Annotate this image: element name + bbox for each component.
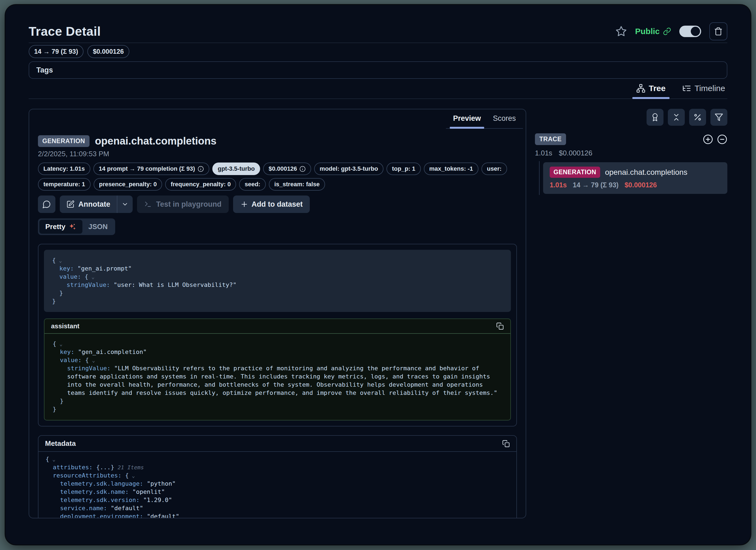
metadata-code-block: { ⌄ attributes: {...} 21 Items resourceA… xyxy=(38,452,516,518)
tab-timeline[interactable]: Timeline xyxy=(680,79,727,98)
fold-chevron-icon[interactable]: ⌄ xyxy=(88,274,94,280)
test-in-playground-button[interactable]: Test in playground xyxy=(137,196,229,213)
add-to-dataset-label: Add to dataset xyxy=(252,200,303,209)
fold-chevron-icon[interactable]: ⌄ xyxy=(49,456,55,462)
fold-chevron-icon[interactable]: ⌄ xyxy=(56,258,62,264)
pill-label: $0.000126 xyxy=(269,165,297,172)
badge-pill: max_tokens: -1 xyxy=(424,163,478,175)
model-pill[interactable]: gpt-3.5-turbo xyxy=(212,163,260,175)
code-line: service.name: "default" xyxy=(46,504,509,512)
fold-chevron-icon[interactable]: ⌄ xyxy=(56,341,62,347)
metrics-toggle-button[interactable] xyxy=(689,109,706,126)
toggle-knob xyxy=(691,27,700,36)
tree-node-generation: GENERATION openai.chat.completions 1.01s… xyxy=(535,162,727,194)
annotate-label: Annotate xyxy=(78,200,110,209)
badge-pill: model: gpt-3.5-turbo xyxy=(314,163,383,175)
metadata-header: Metadata xyxy=(38,436,516,452)
panel-tablist: Preview Scores xyxy=(446,109,523,129)
badge-pill: $0.000126 xyxy=(263,163,311,175)
code-line: { ⌄ xyxy=(52,256,503,265)
fold-chevron-icon[interactable]: ⌄ xyxy=(89,357,95,363)
assistant-label: assistant xyxy=(51,322,79,330)
tab-preview[interactable]: Preview xyxy=(447,109,487,128)
format-json-segment[interactable]: JSON xyxy=(82,220,114,234)
generation-type-badge: GENERATION xyxy=(550,167,600,178)
tab-scores[interactable]: Scores xyxy=(487,109,522,128)
generation-node-stats: 1.01s 14 → 79 (Σ 93) $0.000126 xyxy=(550,181,721,189)
copy-assistant-button[interactable] xyxy=(496,322,504,330)
fold-chevron-icon[interactable]: ⌄ xyxy=(129,473,135,479)
collapse-tree-button[interactable] xyxy=(717,134,727,145)
tree-zoom-controls xyxy=(703,134,727,145)
annotate-button[interactable]: Annotate xyxy=(60,196,117,213)
public-share-link[interactable]: Public xyxy=(635,27,671,36)
tags-label: Tags xyxy=(36,66,53,74)
link-icon xyxy=(663,27,671,35)
pill-label: gpt-3.5-turbo xyxy=(218,165,255,172)
observation-badges-row2: temperature: 1presence_penalty: 0frequen… xyxy=(38,178,517,191)
badge-pill: user: xyxy=(481,163,507,175)
annotate-dropdown-button[interactable] xyxy=(117,196,133,213)
tab-tree-label: Tree xyxy=(649,84,666,93)
filter-button[interactable] xyxy=(710,109,727,126)
code-line: { ⌄ xyxy=(46,455,509,463)
panel-tabs: Preview Scores xyxy=(29,109,526,129)
code-line: attributes: {...} 21 Items xyxy=(46,463,509,471)
timeline-icon xyxy=(682,84,691,93)
code-line: deployment.environment: "default" xyxy=(46,512,509,518)
code-line: } xyxy=(52,289,503,297)
badge-pill: is_stream: false xyxy=(269,178,325,191)
code-line: stringValue: "user: What is LLM Observab… xyxy=(52,281,503,289)
page-title: Trace Detail xyxy=(29,24,101,39)
generation-node-title: openai.chat.completions xyxy=(605,168,687,177)
copy-metadata-button[interactable] xyxy=(502,440,510,447)
generation-node-card[interactable]: GENERATION openai.chat.completions 1.01s… xyxy=(543,162,727,194)
format-pretty-segment[interactable]: Pretty xyxy=(39,220,82,234)
format-toggle: Pretty JSON xyxy=(38,219,115,235)
pill-label: presence_penalty: 0 xyxy=(99,181,157,188)
code-line: } xyxy=(52,297,503,305)
code-line: stringValue: "LLM Observability refers t… xyxy=(53,364,502,397)
view-tabs: Tree Timeline xyxy=(29,79,727,99)
panel-body: GENERATION openai.chat.completions 2/2/2… xyxy=(29,129,526,518)
code-line: value: { ⌄ xyxy=(52,273,503,281)
code-line: key: "gen_ai.prompt" xyxy=(52,265,503,273)
pill-label: is_stream: false xyxy=(274,181,320,188)
sparkles-icon xyxy=(68,223,76,231)
main-content: Preview Scores GENERATION openai.chat.co… xyxy=(29,109,727,518)
public-visibility-toggle[interactable] xyxy=(679,26,701,37)
funnel-icon xyxy=(715,113,723,122)
node-tokens: 14 → 79 (Σ 93) xyxy=(573,181,619,189)
trace-stat-pills: 14 → 79 (Σ 93)$0.000126 xyxy=(29,45,727,58)
generation-node-header: GENERATION openai.chat.completions xyxy=(550,167,721,178)
scores-toggle-button[interactable] xyxy=(647,109,663,126)
header-controls: Public xyxy=(615,22,727,40)
comment-button[interactable] xyxy=(38,196,55,213)
metadata-label: Metadata xyxy=(45,439,76,448)
delete-button[interactable] xyxy=(709,22,727,40)
trace-badge[interactable]: TRACE xyxy=(535,133,566,145)
public-label: Public xyxy=(635,27,660,36)
tab-timeline-label: Timeline xyxy=(695,84,725,93)
star-button[interactable] xyxy=(615,26,627,37)
trace-cost: $0.000126 xyxy=(559,149,593,157)
tab-tree[interactable]: Tree xyxy=(634,79,668,98)
badge-pill: Latency: 1.01s xyxy=(38,163,90,175)
observation-header: GENERATION openai.chat.completions xyxy=(38,135,517,147)
expand-all-button[interactable] xyxy=(703,134,713,145)
pill-label: 14 → 79 (Σ 93) xyxy=(34,48,78,55)
add-to-dataset-button[interactable]: Add to dataset xyxy=(233,196,310,213)
tags-box[interactable]: Tags xyxy=(29,61,727,79)
pill-label: seed: xyxy=(245,181,260,188)
header-divider xyxy=(29,43,727,43)
pill-label: Latency: 1.01s xyxy=(43,165,85,172)
info-icon xyxy=(198,166,204,172)
observation-timestamp: 2/2/2025, 11:09:53 PM xyxy=(38,150,517,158)
comment-icon xyxy=(42,200,51,209)
code-line: telemetry.sdk.version: "1.29.0" xyxy=(46,496,509,504)
chevron-down-icon xyxy=(121,201,129,208)
assistant-code-block: { ⌄ key: "gen_ai.completion" value: { ⌄s… xyxy=(44,334,510,420)
trash-icon xyxy=(714,27,723,36)
collapse-all-button[interactable] xyxy=(668,109,685,126)
badge-pill: temperature: 1 xyxy=(38,178,91,191)
